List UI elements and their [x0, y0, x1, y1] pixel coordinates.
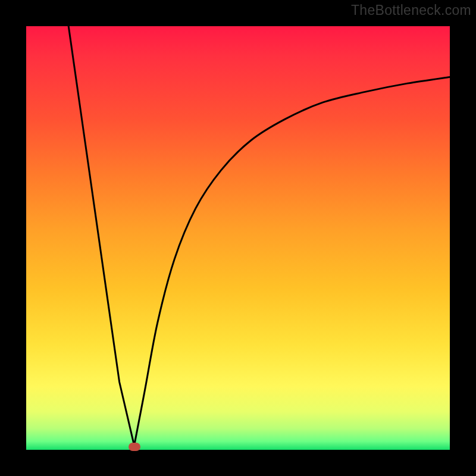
- chart-frame: TheBottleneck.com: [0, 0, 476, 476]
- curve-path: [68, 26, 450, 446]
- optimum-marker: [129, 443, 140, 451]
- bottleneck-curve: [26, 26, 450, 450]
- plot-area: [26, 26, 450, 450]
- attribution-text: TheBottleneck.com: [351, 2, 471, 18]
